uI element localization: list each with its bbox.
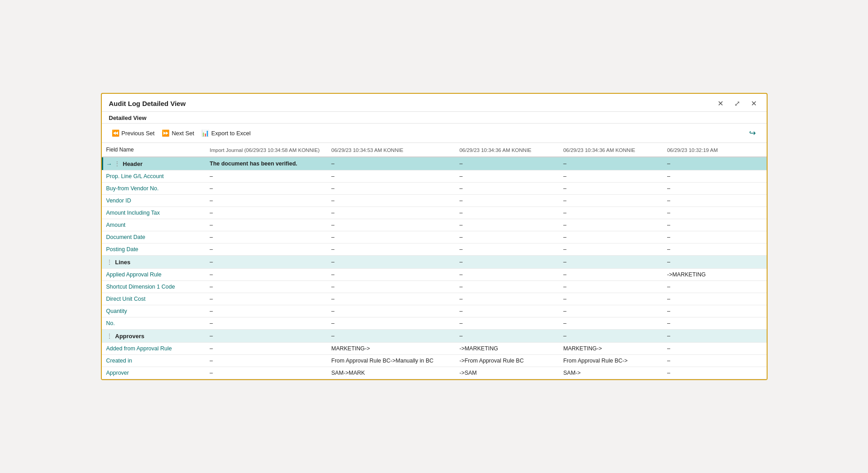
table-row[interactable]: Approver–SAM->MARK->SAMSAM->– [102, 367, 767, 379]
cell-value: – [663, 343, 767, 355]
table-row[interactable]: Direct Unit Cost––––– [102, 293, 767, 305]
cell-value: SAM-> [559, 367, 663, 379]
cell-value: From Approval Rule BC-> [559, 355, 663, 367]
next-set-icon: ⏩ [162, 129, 169, 137]
section-label: Lines [115, 259, 131, 266]
cell-value: ->MARKETING [455, 343, 559, 355]
cell-value: – [663, 219, 767, 231]
share-button[interactable]: ↪ [745, 126, 759, 140]
close-button[interactable]: ✕ [748, 98, 759, 109]
col-header-4: 06/29/23 10:32:19 AM [663, 143, 767, 157]
cell-value: – [205, 219, 327, 231]
cell-value: – [663, 170, 767, 183]
cell-value: – [455, 231, 559, 243]
table-row[interactable]: Amount Including Tax––––– [102, 207, 767, 219]
prev-set-button[interactable]: ⏪ Previous Set [109, 128, 159, 138]
excel-icon: 📊 [201, 129, 209, 137]
col-header-3: 06/29/23 10:34:36 AM KONNIE [559, 143, 663, 157]
export-label: Export to Excel [211, 130, 250, 137]
cell-value: – [663, 317, 767, 330]
table-row[interactable]: Vendor ID––––– [102, 195, 767, 207]
drag-icon: ⋮ [106, 258, 113, 266]
field-name-label: Document Date [106, 234, 145, 240]
cell-value: – [663, 195, 767, 207]
cell-value: – [455, 157, 559, 170]
prev-set-label: Previous Set [122, 130, 155, 137]
table-row[interactable]: Posting Date––––– [102, 243, 767, 256]
table-row[interactable]: ⋮Lines––––– [102, 256, 767, 269]
cell-value: – [455, 256, 559, 269]
field-name-label: Quantity [106, 308, 127, 314]
cell-value: – [559, 330, 663, 343]
cell-value: MARKETING-> [327, 343, 455, 355]
restore-button[interactable]: ⤢ [732, 98, 743, 109]
window-title: Audit Log Detailed View [109, 100, 186, 107]
cell-value: – [663, 281, 767, 293]
table-row[interactable]: No.––––– [102, 317, 767, 330]
cell-value: – [559, 305, 663, 317]
cell-value: – [205, 243, 327, 256]
cell-value: – [205, 317, 327, 330]
cell-value: ->MARKETING [663, 269, 767, 281]
cell-value: – [205, 269, 327, 281]
cell-value: – [663, 355, 767, 367]
table-row[interactable]: Applied Approval Rule––––->MARKETING [102, 269, 767, 281]
table-row[interactable]: Quantity––––– [102, 305, 767, 317]
cell-value: – [205, 195, 327, 207]
table-row[interactable]: Document Date––––– [102, 231, 767, 243]
cell-value: – [663, 183, 767, 195]
cell-value: ->SAM [455, 367, 559, 379]
table-row[interactable]: Added from Approval Rule–MARKETING->->MA… [102, 343, 767, 355]
cell-value: – [327, 269, 455, 281]
cell-value: – [327, 305, 455, 317]
cell-value: – [455, 305, 559, 317]
cell-value: – [663, 305, 767, 317]
field-name-label: Prop. Line G/L Account [106, 173, 164, 179]
cell-value: – [663, 231, 767, 243]
audit-log-table: Field Name Import Journal (06/29/23 10:3… [102, 143, 767, 379]
cell-value: – [663, 256, 767, 269]
cell-value: – [205, 170, 327, 183]
row-arrow-icon: → [106, 161, 112, 167]
cell-value: – [663, 207, 767, 219]
cell-value: – [455, 317, 559, 330]
minimize-button[interactable]: ✕ [715, 98, 726, 109]
cell-value: – [559, 281, 663, 293]
title-bar-controls: ✕ ⤢ ✕ [715, 98, 759, 109]
col-header-1: 06/29/23 10:34:53 AM KONNIE [327, 143, 455, 157]
table-row[interactable]: Shortcut Dimension 1 Code––––– [102, 281, 767, 293]
cell-value: – [327, 170, 455, 183]
cell-value: – [205, 183, 327, 195]
table-row[interactable]: →⋮HeaderThe document has been verified.–… [102, 157, 767, 170]
table-row[interactable]: Amount––––– [102, 219, 767, 231]
cell-value: – [559, 317, 663, 330]
table-row[interactable]: Created in–From Approval Rule BC->Manual… [102, 355, 767, 367]
drag-icon: ⋮ [106, 332, 113, 340]
field-name-label: Amount [106, 222, 126, 228]
cell-value: – [327, 317, 455, 330]
prev-set-icon: ⏪ [112, 129, 119, 137]
field-name-label: Approver [106, 370, 129, 376]
field-name-label: Created in [106, 358, 132, 364]
cell-value: ->From Approval Rule BC [455, 355, 559, 367]
table-row[interactable]: ⋮Approvers––––– [102, 330, 767, 343]
next-set-button[interactable]: ⏩ Next Set [159, 128, 199, 138]
cell-value: – [455, 183, 559, 195]
cell-value: – [205, 367, 327, 379]
cell-value: – [559, 293, 663, 305]
section-label: Header [123, 161, 143, 167]
cell-value: The document has been verified. [205, 157, 327, 170]
cell-value: – [559, 243, 663, 256]
cell-value: – [327, 256, 455, 269]
field-name-label: Direct Unit Cost [106, 296, 146, 302]
table-row[interactable]: Prop. Line G/L Account––––– [102, 170, 767, 183]
cell-value: – [559, 195, 663, 207]
field-name-label: Applied Approval Rule [106, 271, 162, 278]
col-header-2: 06/29/23 10:34:36 AM KONNIE [455, 143, 559, 157]
field-name-label: Vendor ID [106, 197, 132, 204]
cell-value: – [327, 231, 455, 243]
export-excel-button[interactable]: 📊 Export to Excel [199, 128, 255, 138]
cell-value: – [205, 207, 327, 219]
table-row[interactable]: Buy-from Vendor No.––––– [102, 183, 767, 195]
next-set-label: Next Set [172, 130, 194, 137]
